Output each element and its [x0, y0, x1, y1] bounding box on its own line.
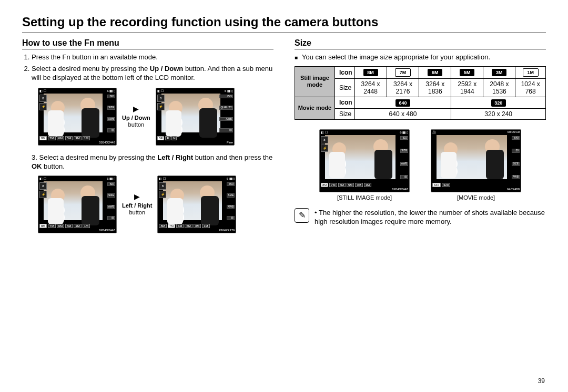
icon-1m: 1M — [523, 68, 539, 77]
size-2: 3264 x 1836 — [419, 78, 451, 97]
size-intro: ■ You can select the image size appropri… — [295, 53, 546, 62]
movie-icon-label: Icon — [334, 97, 354, 108]
icon-3m: 3M — [492, 69, 506, 76]
lcd-1a: ◧ ☐6 ▮▮ ▯ 8⚡ ISOSIZEAWB▨ 8M7M6M5M3M1M 32… — [38, 88, 117, 146]
lcd-movie: 🎥00:00:10 64030SIZEAWB 640320 640X480 — [431, 129, 521, 192]
step-1: Press the Fn button in an available mode… — [32, 53, 273, 62]
movie-size-1: 320 x 240 — [451, 108, 546, 119]
page-number: 39 — [538, 377, 545, 385]
icon-320: 320 — [491, 99, 506, 107]
icon-5m: 5M — [460, 69, 474, 76]
screens-row-1: ◧ ☐6 ▮▮ ▯ 8⚡ ISOSIZEAWB▨ 8M7M6M5M3M1M 32… — [38, 88, 273, 146]
note-icon: ✎ — [295, 208, 309, 223]
note-row: ✎ • The higher the resolution, the lower… — [295, 208, 546, 226]
step-2-bold: Up / Down — [150, 65, 184, 73]
mode-thumbnails: ◧ ☐6 ▮▮ ▯ 8⚡ ISOSIZEAWB▨ 8M7M6M5M3M1M 32… — [295, 129, 546, 201]
size-5: 1024 x 768 — [515, 78, 546, 97]
left-column: How to use the Fn menu Press the Fn butt… — [22, 38, 273, 241]
lcd-2b: ◧ ☐6 ▮▮ ▯ 8⚡ ISOSIZEAWB▨ 8M7M6M5M3M1M 32… — [157, 176, 236, 233]
caption-movie: [MOVIE mode] — [431, 194, 521, 201]
arrow-updown: ▶ Up / Down button — [122, 105, 150, 128]
btn2-sub: button — [129, 209, 145, 215]
lcd-1b: ◧ ☐6 ▮▮ ▯ 8⚡ ISOQUALITYAWB▨ SFFN Fine — [156, 88, 235, 146]
movie-mode-header: Movie mode — [295, 97, 335, 119]
still-size-label: Size — [334, 78, 354, 97]
caption-still: [STILL IMAGE mode] — [319, 194, 410, 201]
btn1-bold: Up / Down — [122, 115, 150, 121]
step-3: 3. Select a desired menu by pressing the… — [32, 153, 273, 171]
title-divider — [22, 33, 546, 33]
size-3: 2592 x 1944 — [451, 78, 483, 97]
movie-size-0: 640 x 480 — [354, 108, 451, 119]
page-title: Setting up the recording function using … — [22, 15, 546, 29]
still-icon-label: Icon — [334, 66, 354, 78]
arrow-leftright: ▶ Left / Right button — [122, 192, 152, 216]
btn2-bold: Left / Right — [122, 202, 152, 209]
step-2-part-a: Select a desired menu by pressing the — [32, 65, 150, 73]
size-table: Still image mode Icon 8M 7M 6M 5M 3M 1M … — [295, 66, 546, 120]
lcd-2a: ◧ ☐6 ▮▮ ▯ 8⚡ ISOSIZEAWB▨ 8M7M6M5M3M1M 32… — [38, 176, 117, 233]
screens-row-2: ◧ ☐6 ▮▮ ▯ 8⚡ ISOSIZEAWB▨ 8M7M6M5M3M1M 32… — [38, 176, 273, 233]
size-intro-text: You can select the image size appropriat… — [302, 53, 490, 62]
btn1-sub: button — [128, 121, 145, 128]
lcd-still: ◧ ☐6 ▮▮ ▯ 8⚡ ISOSIZEAWB▨ 8M7M6M5M3M1M 32… — [319, 129, 410, 192]
icon-7m: 7M — [395, 68, 411, 77]
icon-6m: 6M — [428, 69, 442, 76]
right-heading: Size — [295, 38, 546, 49]
icon-8m: 8M — [363, 69, 378, 76]
step-2: Select a desired menu by pressing the Up… — [32, 64, 273, 82]
note-text: The higher the resolution, the lower the… — [315, 209, 545, 226]
size-1: 3264 x 2176 — [387, 78, 419, 97]
left-heading: How to use the Fn menu — [22, 38, 273, 49]
size-4: 2048 x 1536 — [483, 78, 515, 97]
icon-640: 640 — [395, 99, 410, 107]
size-0: 3264 x 2448 — [354, 78, 387, 97]
right-column: Size ■ You can select the image size app… — [295, 38, 546, 241]
bullet-square-icon: ■ — [295, 54, 298, 62]
movie-size-label: Size — [334, 108, 354, 119]
still-mode-header: Still image mode — [295, 66, 335, 97]
